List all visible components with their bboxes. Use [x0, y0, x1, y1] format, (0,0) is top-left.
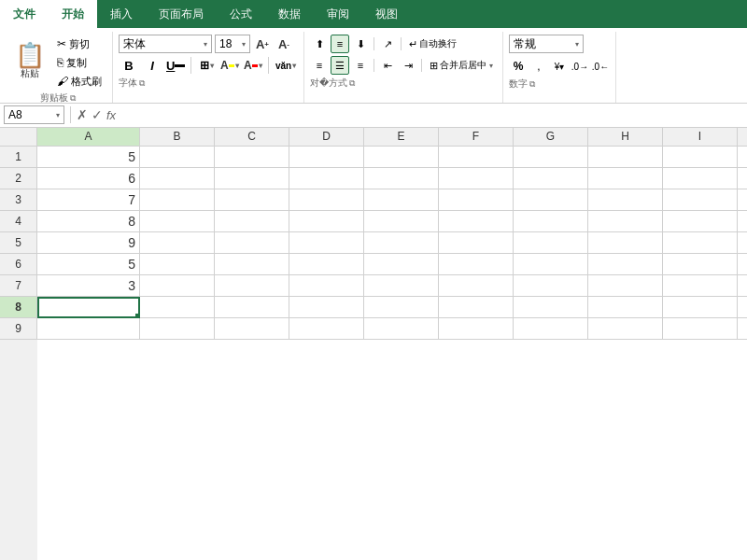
cell-j5[interactable] — [738, 232, 747, 254]
cell-i2[interactable] — [663, 168, 738, 189]
cell-h2[interactable] — [588, 168, 663, 189]
cell-e7[interactable] — [364, 275, 439, 297]
cell-c9[interactable] — [215, 318, 289, 340]
cell-a9[interactable] — [37, 318, 140, 340]
tab-page-layout[interactable]: 页面布局 — [146, 0, 217, 28]
col-header-h[interactable]: H — [588, 128, 663, 147]
decrease-font-button[interactable]: A- — [275, 35, 293, 53]
cell-a1[interactable]: 5 — [37, 147, 140, 168]
cell-i3[interactable] — [663, 189, 738, 211]
cell-i6[interactable] — [663, 254, 738, 275]
cell-h5[interactable] — [588, 232, 663, 254]
row-header-8[interactable]: 8 — [0, 297, 37, 318]
cell-a2[interactable]: 6 — [37, 168, 140, 189]
cell-b4[interactable] — [140, 211, 215, 232]
cell-b3[interactable] — [140, 189, 215, 211]
cell-j3[interactable] — [738, 189, 747, 211]
align-center-button[interactable]: ☰ — [331, 56, 349, 75]
thousand-sep-button[interactable]: , — [529, 57, 548, 76]
cell-h7[interactable] — [588, 275, 663, 297]
cell-d4[interactable] — [289, 211, 364, 232]
decrease-decimal-button[interactable]: .0← — [591, 57, 610, 76]
clipboard-expand-icon[interactable]: ⧉ — [70, 93, 76, 104]
cell-d8[interactable] — [289, 297, 364, 318]
increase-indent-button[interactable]: ⇥ — [399, 56, 417, 75]
cell-f6[interactable] — [439, 254, 514, 275]
currency-button[interactable]: ¥▾ — [550, 57, 569, 76]
italic-button[interactable]: I — [142, 56, 162, 75]
cell-f3[interactable] — [439, 189, 514, 211]
row-header-1[interactable]: 1 — [0, 147, 37, 168]
row-header-3[interactable]: 3 — [0, 189, 37, 211]
cell-f4[interactable] — [439, 211, 514, 232]
align-top-button[interactable]: ⬆ — [310, 35, 329, 53]
cell-d7[interactable] — [289, 275, 364, 297]
tab-formula[interactable]: 公式 — [217, 0, 265, 28]
row-header-6[interactable]: 6 — [0, 254, 37, 275]
number-expand-icon[interactable]: ⧉ — [529, 79, 535, 90]
cell-j1[interactable] — [738, 147, 747, 168]
percent-button[interactable]: % — [509, 57, 528, 76]
cell-e4[interactable] — [364, 211, 439, 232]
wrap-text-button[interactable]: ↵ 自动换行 — [405, 35, 460, 52]
cell-c6[interactable] — [215, 254, 289, 275]
cell-b2[interactable] — [140, 168, 215, 189]
col-header-c[interactable]: C — [215, 128, 289, 147]
cell-b8[interactable] — [140, 297, 215, 318]
cell-g8[interactable] — [514, 297, 588, 318]
cell-h1[interactable] — [588, 147, 663, 168]
cancel-formula-button[interactable]: ✗ — [77, 107, 88, 122]
cell-e1[interactable] — [364, 147, 439, 168]
font-name-dropdown[interactable]: 宋体 ▾ — [119, 35, 212, 53]
align-right-button[interactable]: ≡ — [351, 56, 370, 75]
col-header-i[interactable]: I — [663, 128, 738, 147]
cell-j4[interactable] — [738, 211, 747, 232]
tab-view[interactable]: 视图 — [362, 0, 411, 28]
paste-button[interactable]: 📋 粘贴 — [9, 34, 50, 90]
tab-home[interactable]: 开始 — [49, 0, 97, 28]
cell-g6[interactable] — [514, 254, 588, 275]
confirm-formula-button[interactable]: ✓ — [92, 107, 103, 122]
cell-f5[interactable] — [439, 232, 514, 254]
cell-j6[interactable] — [738, 254, 747, 275]
tab-file[interactable]: 文件 — [0, 0, 49, 28]
cell-g9[interactable] — [514, 318, 588, 340]
cell-b7[interactable] — [140, 275, 215, 297]
cell-e2[interactable] — [364, 168, 439, 189]
cell-e8[interactable] — [364, 297, 439, 318]
cell-i1[interactable] — [663, 147, 738, 168]
cell-i7[interactable] — [663, 275, 738, 297]
fill-color-button[interactable]: A ▾ — [219, 56, 240, 75]
merge-center-button[interactable]: ⊞ 合并后居中 ▾ — [426, 57, 497, 74]
row-header-9[interactable]: 9 — [0, 318, 37, 340]
col-header-d[interactable]: D — [289, 128, 364, 147]
cell-a4[interactable]: 8 — [37, 211, 140, 232]
copy-button[interactable]: ⎘ 复制 — [52, 54, 106, 71]
cell-c8[interactable] — [215, 297, 289, 318]
cell-h8[interactable] — [588, 297, 663, 318]
align-left-button[interactable]: ≡ — [310, 56, 329, 75]
cell-h4[interactable] — [588, 211, 663, 232]
cell-g7[interactable] — [514, 275, 588, 297]
cell-e6[interactable] — [364, 254, 439, 275]
fill-handle[interactable] — [135, 314, 140, 318]
cell-b9[interactable] — [140, 318, 215, 340]
row-header-5[interactable]: 5 — [0, 232, 37, 254]
cell-i4[interactable] — [663, 211, 738, 232]
cell-d9[interactable] — [289, 318, 364, 340]
cell-i5[interactable] — [663, 232, 738, 254]
cell-e9[interactable] — [364, 318, 439, 340]
row-header-4[interactable]: 4 — [0, 211, 37, 232]
cell-g2[interactable] — [514, 168, 588, 189]
cell-d2[interactable] — [289, 168, 364, 189]
cell-d1[interactable] — [289, 147, 364, 168]
cell-e3[interactable] — [364, 189, 439, 211]
cell-g4[interactable] — [514, 211, 588, 232]
increase-decimal-button[interactable]: .0→ — [571, 57, 589, 76]
format-brush-button[interactable]: 🖌 格式刷 — [52, 73, 106, 90]
cell-h6[interactable] — [588, 254, 663, 275]
align-middle-button[interactable]: ≡ — [331, 35, 349, 53]
cell-c5[interactable] — [215, 232, 289, 254]
cell-a3[interactable]: 7 — [37, 189, 140, 211]
col-header-j[interactable]: J — [738, 128, 747, 147]
